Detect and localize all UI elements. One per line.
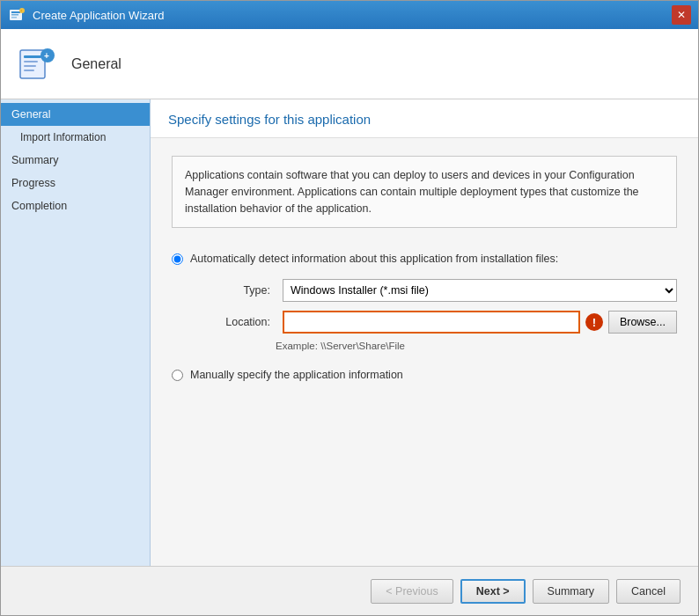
sidebar-item-general[interactable]: General [1, 103, 150, 126]
wizard-header-icon: + [15, 43, 57, 85]
sidebar-item-completion[interactable]: Completion [1, 194, 150, 217]
type-select[interactable]: Windows Installer (*.msi file) Script In… [283, 279, 677, 302]
wizard-header: + General [1, 29, 698, 99]
svg-rect-11 [24, 70, 34, 71]
sidebar-item-summary[interactable]: Summary [1, 149, 150, 172]
main-panel: Specify settings for this application Ap… [151, 99, 698, 566]
sidebar-item-progress[interactable]: Progress [1, 172, 150, 194]
location-input[interactable] [283, 311, 580, 334]
footer: < Previous Next > Summary Cancel [1, 566, 698, 615]
header-title: General [71, 56, 121, 72]
description-text: Applications contain software that you c… [172, 156, 677, 228]
example-text: Example: \\Server\Share\File [196, 341, 677, 351]
browse-button[interactable]: Browse... [608, 311, 677, 334]
auto-detect-radio[interactable] [172, 253, 183, 265]
svg-rect-3 [11, 17, 17, 18]
type-control-row: Windows Installer (*.msi file) Script In… [283, 279, 677, 302]
svg-rect-1 [11, 11, 20, 13]
main-content: Applications contain software that you c… [151, 138, 698, 566]
sidebar-item-import-information[interactable]: Import Information [1, 126, 150, 149]
location-control-row: ! Browse... [283, 311, 677, 334]
svg-rect-9 [24, 61, 38, 62]
svg-rect-10 [24, 65, 36, 67]
previous-button[interactable]: < Previous [371, 579, 453, 604]
svg-text:+: + [44, 51, 49, 61]
wizard-window: ! Create Application Wizard ✕ + General … [0, 0, 699, 616]
manual-label: Manually specify the application informa… [190, 369, 403, 381]
manual-radio[interactable] [172, 370, 183, 381]
app-icon: ! [8, 6, 26, 24]
form-grid: Type: Windows Installer (*.msi file) Scr… [196, 279, 677, 334]
sidebar: General Import Information Summary Progr… [1, 99, 151, 566]
manual-option[interactable]: Manually specify the application informa… [172, 369, 677, 381]
cancel-button[interactable]: Cancel [616, 579, 681, 604]
title-bar-text: Create Application Wizard [33, 9, 672, 22]
svg-text:!: ! [21, 9, 22, 13]
summary-button[interactable]: Summary [533, 579, 609, 604]
next-button[interactable]: Next > [460, 579, 526, 604]
svg-rect-8 [24, 55, 41, 58]
auto-detect-option[interactable]: Automatically detect information about t… [172, 253, 677, 265]
main-header: Specify settings for this application [151, 99, 698, 138]
content-area: General Import Information Summary Progr… [1, 99, 698, 566]
svg-rect-2 [11, 14, 18, 16]
main-heading: Specify settings for this application [168, 112, 681, 127]
title-bar: ! Create Application Wizard ✕ [1, 1, 698, 29]
error-icon: ! [585, 313, 603, 331]
type-label: Type: [196, 284, 276, 297]
radio-section: Automatically detect information about t… [172, 253, 677, 381]
close-button[interactable]: ✕ [672, 5, 691, 25]
location-label: Location: [196, 316, 276, 328]
auto-detect-label: Automatically detect information about t… [190, 253, 558, 265]
